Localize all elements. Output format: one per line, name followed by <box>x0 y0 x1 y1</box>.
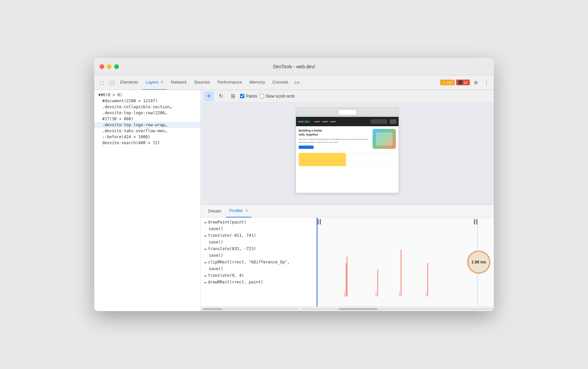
maximize-button[interactable] <box>114 64 119 69</box>
chart-inner: 1.98 ms <box>317 217 494 306</box>
list-item[interactable]: .devsite-collapsible-section… <box>94 104 200 110</box>
list-item[interactable]: translate(833, -723) <box>201 245 317 252</box>
paints-checkbox-label[interactable]: Paints <box>240 94 257 99</box>
paint-bar-small <box>426 291 427 296</box>
rotate-tool-button[interactable]: ↻ <box>216 92 225 101</box>
warnings-badge[interactable]: ⚠ 147 <box>440 80 454 85</box>
toolbar: ⬚ ⬜ Elements Layers ✕ Network Sources Pe… <box>94 75 494 90</box>
timer-badge: 1.98 ms <box>467 250 490 274</box>
paint-bar-small <box>376 291 377 296</box>
paint-bar <box>427 263 428 296</box>
scrollbar-thumb[interactable] <box>203 308 222 310</box>
list-item[interactable]: translate(0, 4) <box>201 272 317 279</box>
preview-cards <box>296 152 399 168</box>
devtools-window: DevTools - web.dev/ ⬚ ⬜ Elements Layers … <box>94 58 494 311</box>
more-options-icon[interactable]: ⋮ <box>482 78 491 87</box>
preview-frame: web.dev Building <box>296 117 399 193</box>
list-item[interactable]: .devsite-top-logo-row-wrap… <box>94 122 200 128</box>
window-title: DevTools - web.dev/ <box>273 64 315 69</box>
preview-area: web.dev Building <box>201 103 494 204</box>
settings-icon[interactable]: ⚙ <box>471 78 480 87</box>
preview-nav: web.dev <box>296 117 399 126</box>
fit-tool-button[interactable]: ⊞ <box>228 92 237 101</box>
list-item[interactable]: ▼#6(0 × 0) <box>94 92 200 98</box>
pause-button[interactable] <box>474 219 478 224</box>
list-item[interactable]: .devsite-tabs-overflow-men… <box>94 128 200 134</box>
error-icon: ⬛ <box>458 80 463 85</box>
profiler-chart: 1.98 ms <box>317 217 494 306</box>
scrollbar-track[interactable] <box>202 308 298 310</box>
more-tabs-button[interactable]: >> <box>292 78 302 87</box>
paints-checkbox[interactable] <box>240 94 244 98</box>
tab-layers[interactable]: Layers ✕ <box>142 75 167 90</box>
left-panel: ▼#6(0 × 0) #document(2208 × 12197) .devs… <box>94 90 201 311</box>
profiler-tree: drawPaint(paint) save() translate(-811, … <box>201 217 317 306</box>
scrollbar-thumb-right[interactable] <box>339 308 377 310</box>
errors-badge[interactable]: ⬛ 52 <box>456 80 470 85</box>
toolbar-right: ⚠ 147 ⬛ 52 ⚙ ⋮ <box>440 78 491 87</box>
pause-button[interactable] <box>317 219 321 224</box>
tab-memory[interactable]: Memory <box>246 75 268 90</box>
list-item[interactable]: drawRRect(rrect, paint) <box>201 279 317 285</box>
close-button[interactable] <box>100 64 104 69</box>
list-item[interactable]: devsite-search(400 × 72) <box>94 140 200 146</box>
paint-bar <box>377 270 378 296</box>
tab-layers-close[interactable]: ✕ <box>160 80 163 84</box>
main-content: ▼#6(0 × 0) #document(2208 × 12197) .devs… <box>94 90 494 311</box>
warning-icon: ⚠ <box>442 80 445 85</box>
list-item[interactable]: clipRRect(rrect, "kDifference_Op", <box>201 259 317 265</box>
tab-performance[interactable]: Performance <box>214 75 245 90</box>
slow-scroll-checkbox[interactable] <box>260 94 264 98</box>
list-item[interactable]: translate(-811, 741) <box>201 232 317 239</box>
layers-tree: ▼#6(0 × 0) #document(2208 × 12197) .devs… <box>94 90 200 311</box>
tab-network[interactable]: Network <box>167 75 190 90</box>
bottom-tabs: Details Profiler ✕ <box>201 205 494 217</box>
slow-scroll-checkbox-label[interactable]: Slow scroll rects <box>260 94 295 99</box>
pan-tool-button[interactable]: ✛ <box>204 92 213 101</box>
tab-profiler[interactable]: Profiler ✕ <box>226 205 251 217</box>
profiler-content: drawPaint(paint) save() translate(-811, … <box>201 217 494 306</box>
tab-elements[interactable]: Elements <box>117 75 142 90</box>
paint-bar-small <box>399 291 400 296</box>
list-item[interactable]: #17(30 × 808) <box>94 116 200 122</box>
list-item[interactable]: ::before(424 × 1000) <box>94 134 200 140</box>
bottom-scrollbar[interactable] <box>201 306 494 311</box>
device-icon[interactable]: ⬜ <box>107 78 116 87</box>
list-item[interactable]: save() <box>201 239 317 245</box>
list-item[interactable]: drawPaint(paint) <box>201 219 317 225</box>
paint-bar <box>347 256 348 296</box>
paint-bar-small <box>344 291 345 296</box>
minimize-button[interactable] <box>107 64 112 69</box>
tab-console[interactable]: Console <box>269 75 292 90</box>
right-panel: ✛ ↻ ⊞ Paints Slow scroll rects <box>201 90 494 311</box>
preview-hero-image <box>373 129 396 149</box>
layers-toolbar: ✛ ↻ ⊞ Paints Slow scroll rects <box>201 90 494 103</box>
bottom-panel: Details Profiler ✕ drawPaint(paint) save… <box>201 204 494 311</box>
frame-divider <box>317 217 318 306</box>
preview-hero: Building a betterweb, together We want t… <box>296 126 399 152</box>
list-item[interactable]: #document(2208 × 12197) <box>94 98 200 104</box>
tab-details[interactable]: Details <box>205 205 225 217</box>
paint-bar <box>401 250 402 296</box>
title-bar: DevTools - web.dev/ <box>94 58 494 75</box>
tab-profiler-close[interactable]: ✕ <box>245 208 248 213</box>
list-item[interactable]: .devsite-top-logo-row(2208… <box>94 110 200 116</box>
list-item[interactable]: save() <box>201 265 317 272</box>
tab-sources[interactable]: Sources <box>191 75 213 90</box>
list-item[interactable]: save() <box>201 252 317 259</box>
traffic-lights <box>100 64 119 69</box>
inspect-icon[interactable]: ⬚ <box>97 78 106 87</box>
list-item[interactable]: save() <box>201 225 317 232</box>
scrollbar-track-right[interactable] <box>301 308 492 310</box>
